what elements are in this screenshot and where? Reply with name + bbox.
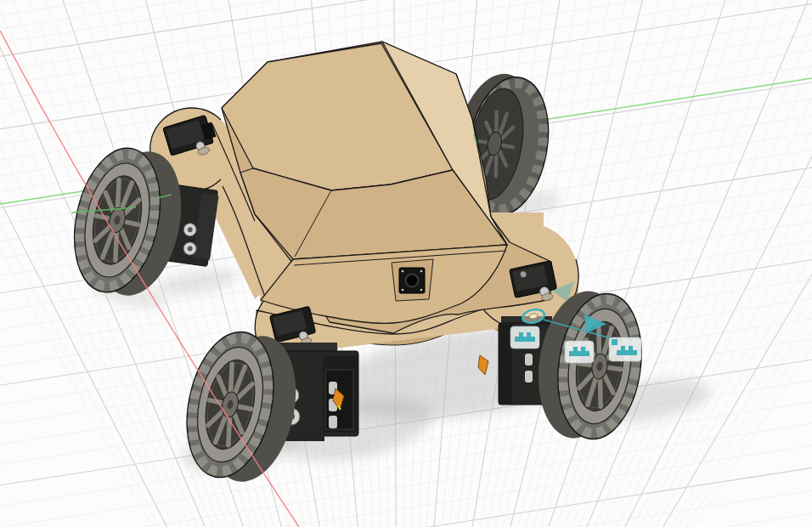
cad-viewport[interactable] xyxy=(0,0,812,527)
joint-badge-3[interactable] xyxy=(609,337,641,361)
joint-badge-1[interactable] xyxy=(510,326,539,348)
front-camera[interactable] xyxy=(392,259,433,301)
joint-badge-2[interactable] xyxy=(565,341,594,363)
